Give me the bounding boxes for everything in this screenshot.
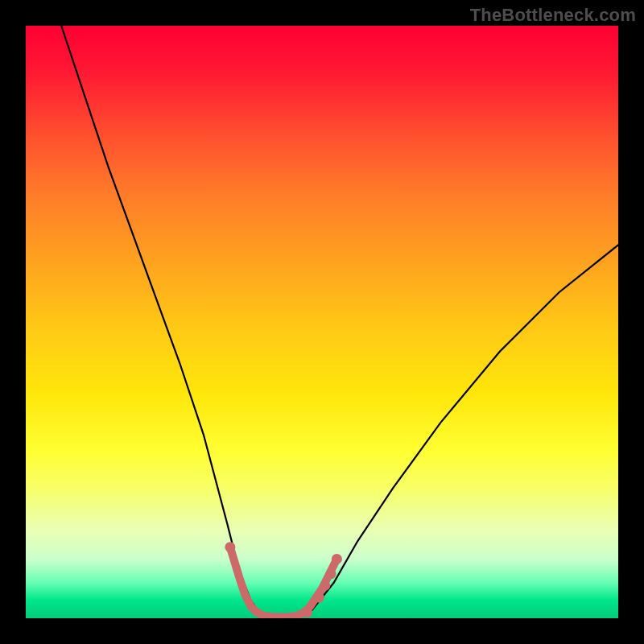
marker-dot bbox=[302, 607, 312, 617]
curve-layer bbox=[26, 26, 618, 618]
chart-frame: TheBottleneck.com bbox=[0, 0, 644, 644]
marker-dot bbox=[332, 554, 342, 564]
optimal-zone-marker bbox=[230, 547, 337, 617]
plot-area bbox=[26, 26, 618, 618]
marker-dot bbox=[326, 568, 336, 579]
bottleneck-curve bbox=[61, 26, 618, 618]
watermark-text: TheBottleneck.com bbox=[470, 5, 636, 26]
marker-dot bbox=[320, 580, 330, 591]
marker-dot bbox=[314, 592, 324, 603]
marker-dot bbox=[225, 542, 235, 552]
